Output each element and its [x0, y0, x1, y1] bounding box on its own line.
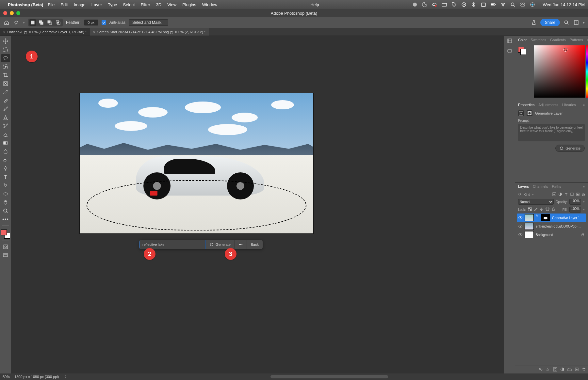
clone-stamp-tool[interactable] — [1, 114, 10, 121]
document-info[interactable]: 1800 px x 1080 px (300 ppi) — [14, 375, 59, 379]
more-options-button[interactable]: ••• — [235, 240, 247, 249]
menu-view[interactable]: View — [167, 2, 176, 7]
tab-close-icon[interactable]: × — [93, 30, 95, 34]
share-button[interactable]: Share — [540, 19, 560, 26]
filter-shape-icon[interactable] — [570, 192, 574, 197]
filter-smart-icon[interactable] — [576, 192, 580, 197]
layer-row[interactable]: Background — [517, 230, 586, 239]
canvas-area[interactable]: Generate ••• Back 1 2 3 — [11, 36, 504, 373]
layer-style-icon[interactable]: fx — [546, 367, 550, 372]
window-maximize-button[interactable] — [16, 11, 20, 15]
menu-type[interactable]: Type — [108, 2, 117, 7]
window-close-button[interactable] — [3, 11, 7, 15]
filter-type-icon[interactable] — [564, 192, 568, 197]
tab-channels[interactable]: Channels — [533, 184, 548, 188]
select-and-mask-button[interactable]: Select and Mask... — [129, 19, 168, 26]
lasso-tool[interactable] — [1, 54, 10, 62]
healing-brush-tool[interactable] — [1, 97, 10, 104]
crop-tool[interactable] — [1, 71, 10, 79]
layer-row[interactable]: ⎘ Generative Layer 1 — [517, 214, 586, 222]
blur-tool[interactable] — [1, 148, 10, 155]
lock-transparency-icon[interactable] — [528, 207, 532, 212]
tab-layers[interactable]: Layers — [518, 184, 529, 188]
menu-select[interactable]: Select — [123, 2, 135, 7]
foreground-background-swatches[interactable] — [1, 230, 10, 239]
quick-mask-icon[interactable] — [1, 243, 10, 251]
anti-alias-checkbox[interactable] — [102, 20, 106, 25]
calendar-icon[interactable] — [481, 2, 486, 7]
menu-image[interactable]: Image — [74, 2, 86, 7]
tab-adjustments[interactable]: Adjustments — [538, 103, 558, 107]
opacity-value[interactable]: 100% — [569, 199, 581, 205]
brush-tool[interactable] — [1, 105, 10, 113]
tab-patterns[interactable]: Patterns — [570, 38, 583, 42]
lock-artboard-icon[interactable] — [546, 207, 549, 212]
menubar-clock[interactable]: Wed Jun 14 12:14 PM — [543, 2, 585, 7]
shape-tool[interactable] — [1, 190, 10, 198]
tab-swatches[interactable]: Swatches — [531, 38, 546, 42]
new-group-icon[interactable] — [567, 367, 572, 372]
folder-icon[interactable] — [442, 2, 447, 7]
search-icon[interactable] — [510, 2, 515, 7]
menu-help[interactable]: Help — [310, 2, 319, 7]
eraser-tool[interactable] — [1, 131, 10, 138]
history-brush-tool[interactable] — [1, 122, 10, 130]
eyedropper-tool[interactable] — [1, 88, 10, 96]
visibility-toggle-icon[interactable] — [518, 224, 523, 229]
layer-name[interactable]: Background — [536, 233, 553, 237]
window-minimize-button[interactable] — [10, 11, 14, 15]
dodge-tool[interactable] — [1, 156, 10, 164]
document-canvas[interactable] — [80, 93, 313, 233]
creative-cloud-icon[interactable] — [432, 2, 437, 7]
frame-tool[interactable] — [1, 80, 10, 87]
foreground-color-swatch[interactable] — [1, 230, 7, 235]
selection-subtract-icon[interactable] — [46, 19, 53, 26]
home-icon[interactable] — [3, 19, 10, 26]
mask-thumbnail[interactable] — [541, 214, 550, 221]
delete-layer-icon[interactable] — [582, 367, 586, 372]
color-field[interactable] — [534, 45, 585, 98]
add-mask-icon[interactable] — [553, 367, 557, 372]
zoom-level[interactable]: 50% — [3, 375, 10, 379]
back-button[interactable]: Back — [247, 240, 263, 249]
status-icon[interactable] — [412, 2, 417, 7]
lasso-tool-preset-icon[interactable] — [13, 19, 20, 26]
tab-close-icon[interactable]: × — [3, 30, 5, 34]
lock-all-icon[interactable] — [551, 207, 555, 212]
bluetooth-icon[interactable] — [471, 2, 476, 7]
lock-position-icon[interactable] — [540, 207, 544, 212]
layer-row[interactable]: erik-mclean-dbLgODXOPgo-unsplash — [517, 222, 586, 230]
new-layer-icon[interactable] — [575, 367, 579, 372]
generative-prompt-input[interactable] — [139, 240, 205, 249]
layer-name[interactable]: erik-mclean-dbLgODXOPgo-unsplash — [536, 225, 581, 228]
properties-generate-button[interactable]: Generate — [555, 145, 585, 152]
generate-button[interactable]: Generate — [205, 240, 235, 249]
tab-paths[interactable]: Paths — [552, 184, 561, 188]
zoom-tool[interactable] — [1, 207, 10, 215]
path-select-tool[interactable] — [1, 182, 10, 189]
layer-thumbnail[interactable] — [525, 223, 534, 230]
menu-edit[interactable]: Edit — [60, 2, 68, 7]
edit-toolbar-icon[interactable]: ••• — [1, 215, 10, 223]
gradient-tool[interactable] — [1, 139, 10, 147]
document-tab-2[interactable]: × Screen Shot 2023-06-14 at 12.04.48 PM.… — [90, 28, 209, 36]
visibility-toggle-icon[interactable] — [518, 215, 523, 220]
filter-toggle-icon[interactable]: ⏻ — [582, 193, 585, 196]
play-icon[interactable] — [461, 2, 466, 7]
tab-color[interactable]: Color — [518, 38, 527, 42]
panel-menu-icon[interactable]: ≡ — [583, 184, 585, 188]
menu-plugins[interactable]: Plugins — [182, 2, 196, 7]
lock-pixels-icon[interactable] — [534, 207, 538, 212]
screen-mode-icon[interactable] — [1, 251, 10, 259]
beaker-icon[interactable] — [531, 19, 537, 26]
tab-libraries[interactable]: Libraries — [562, 103, 576, 107]
tag-icon[interactable] — [451, 2, 457, 7]
chevron-right-icon[interactable]: 〉 — [65, 374, 68, 379]
marquee-tool[interactable] — [1, 46, 10, 54]
search-icon[interactable] — [518, 193, 522, 197]
prompt-textarea[interactable]: Describe what you'd like to generate or … — [518, 124, 585, 141]
tab-gradients[interactable]: Gradients — [550, 38, 566, 42]
moon-icon[interactable] — [422, 2, 427, 7]
move-tool[interactable] — [1, 37, 10, 45]
app-name[interactable]: Photoshop (Beta) — [8, 2, 43, 7]
